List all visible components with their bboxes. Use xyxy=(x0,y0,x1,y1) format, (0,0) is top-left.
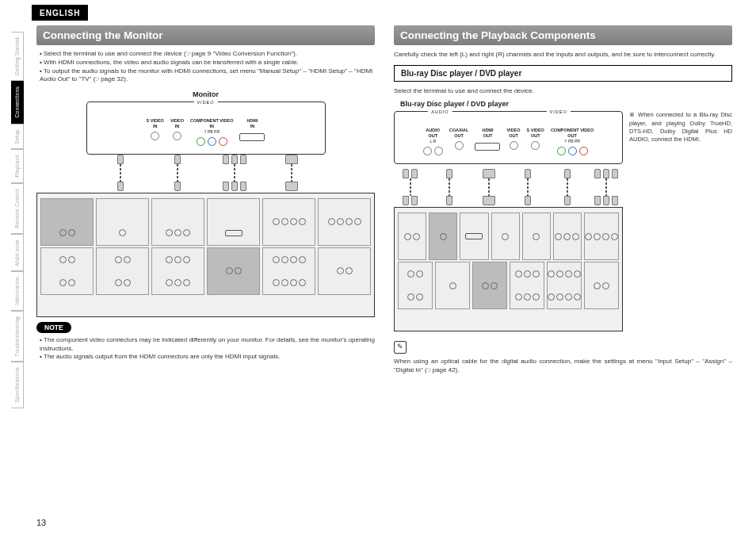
hdmi-sidenote: ※When connected to a Blu-ray Disc player… xyxy=(629,111,732,144)
port-component-in: COMPONENT VIDEOIN Y PB PR xyxy=(190,118,233,146)
port-hdmi-in: HDMIIN xyxy=(239,118,265,146)
nav-specifications[interactable]: Specifications xyxy=(11,362,24,408)
nav-setup[interactable]: Setup xyxy=(11,124,24,150)
nav-getting-started[interactable]: Getting Started xyxy=(11,32,24,81)
port-audio-out: AUDIOOUT L R xyxy=(423,128,443,155)
audio-legend: AUDIO xyxy=(428,109,452,114)
nav-connections[interactable]: Connections xyxy=(11,81,24,123)
port-video-out: VIDEOOUT xyxy=(506,128,520,155)
receiver-backpanel-left xyxy=(36,193,375,317)
video-legend-r: VIDEO xyxy=(547,109,571,114)
nav-playback[interactable]: Playback xyxy=(11,149,24,183)
nav-information[interactable]: Information xyxy=(11,271,24,311)
bluray-intro: Select the terminal to use and connect t… xyxy=(394,86,732,95)
nav-multi-zone[interactable]: Multi-zone xyxy=(11,234,24,271)
side-navigation: Getting Started Connections Setup Playba… xyxy=(11,32,24,452)
port-svideo-in: S VIDEOIN xyxy=(147,118,164,146)
language-tab: ENGLISH xyxy=(32,5,88,21)
video-legend: VIDEO xyxy=(193,100,217,105)
page-number: 13 xyxy=(36,518,46,527)
heading-playback: Connecting the Playback Components xyxy=(394,25,732,45)
bluray-device-label: Blu-ray Disc player / DVD player xyxy=(400,100,732,108)
port-video-in: VIDEOIN xyxy=(170,118,184,146)
port-hdmi-out: HDMIOUT xyxy=(475,128,500,155)
port-component-out: COMPONENT VIDEOOUT Y PB PR xyxy=(551,128,594,155)
port-svideo-out: S VIDEOOUT xyxy=(527,128,544,155)
monitor-notes: The component video connectors may be in… xyxy=(36,336,375,362)
nav-remote-control[interactable]: Remote Control xyxy=(11,183,24,234)
monitor-device-box: VIDEO S VIDEOIN VIDEOIN COMPONENT VIDEOI… xyxy=(86,101,326,155)
optical-note: When using an optical cable for the digi… xyxy=(394,357,732,374)
monitor-cables xyxy=(95,155,317,193)
port-coaxial-out: COAXIALOUT xyxy=(449,128,469,155)
left-column: Connecting the Monitor Select the termin… xyxy=(36,25,375,523)
pencil-icon: ✎ xyxy=(394,341,407,354)
receiver-backpanel-right xyxy=(394,207,623,331)
playback-intro: Carefully check the left (L) and right (… xyxy=(394,50,732,59)
asterisk-icon: ※ xyxy=(629,111,636,118)
heading-monitor: Connecting the Monitor xyxy=(36,25,375,45)
monitor-label: Monitor xyxy=(36,90,375,98)
note-pill: NOTE xyxy=(36,322,71,333)
nav-troubleshooting[interactable]: Troubleshooting xyxy=(11,311,24,362)
bluray-device-box: AUDIO VIDEO AUDIOOUT L R COAXIALOUT xyxy=(394,111,623,164)
right-column: Connecting the Playback Components Caref… xyxy=(394,25,732,523)
bluray-cables xyxy=(394,169,623,207)
monitor-bullets: Select the terminal to use and connect t… xyxy=(36,50,375,84)
subheading-bluray: Blu-ray Disc player / DVD player xyxy=(394,65,732,82)
